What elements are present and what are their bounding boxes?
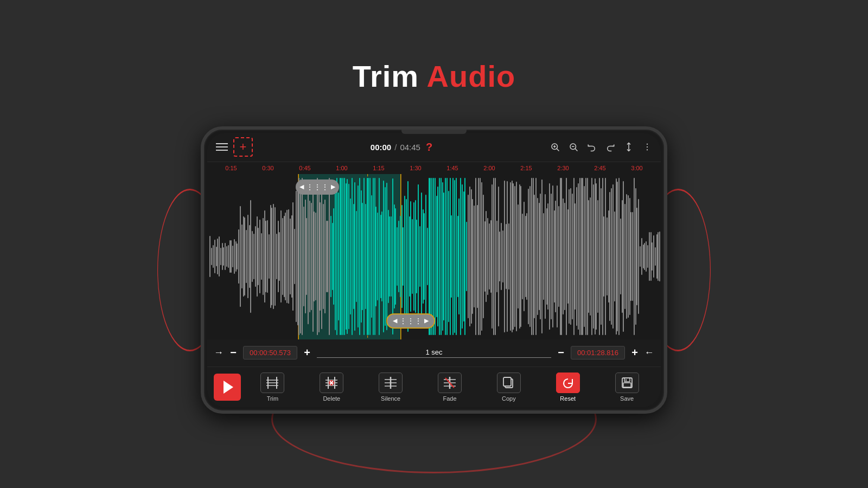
reset-icon — [556, 373, 580, 393]
add-button[interactable]: + — [233, 137, 253, 157]
ruler-mark: 1:30 — [397, 165, 434, 171]
waveform-bar — [656, 234, 658, 279]
delete-button[interactable]: Delete — [304, 373, 359, 402]
go-to-start-button[interactable]: → — [214, 347, 224, 358]
waveform-bar — [395, 208, 396, 305]
silence-button[interactable]: Silence — [363, 373, 418, 402]
pitch-icon[interactable] — [624, 142, 634, 152]
waveform-bar — [425, 195, 426, 318]
zoom-out-icon[interactable] — [569, 142, 578, 152]
waveform-bar — [302, 178, 303, 335]
waveform-bar — [537, 198, 538, 315]
page-title: Trim Audio — [353, 59, 515, 94]
waveform-bar — [578, 183, 579, 330]
waveform-bar — [309, 201, 310, 313]
go-to-end-button[interactable]: → — [644, 347, 654, 358]
phone-side-button — [201, 238, 203, 265]
waveform-bar — [526, 213, 527, 300]
waveform-bar — [374, 178, 375, 335]
fade-icon — [438, 373, 462, 393]
waveform-bar — [265, 221, 266, 293]
waveform-bar — [214, 240, 215, 273]
waveform-bar — [588, 200, 589, 312]
waveform-bar — [495, 178, 496, 335]
waveform-area[interactable]: 0:150:300:451:001:151:301:452:002:152:30… — [207, 162, 661, 339]
right-plus-button[interactable]: + — [628, 346, 641, 359]
waveform-bar — [416, 220, 417, 293]
ruler-mark: 0:15 — [213, 165, 250, 171]
waveform-bar — [336, 178, 337, 335]
waveform-bar — [373, 178, 374, 335]
waveform-bar — [545, 194, 546, 319]
svg-rect-41 — [624, 378, 630, 382]
play-button[interactable] — [214, 374, 241, 401]
waveform-bar — [363, 178, 365, 335]
right-trim-handle[interactable]: ◀ ⋮⋮⋮ ▶ — [386, 313, 435, 329]
waveform-bar — [630, 212, 631, 300]
waveform-bar — [229, 240, 231, 272]
waveform-bar — [381, 211, 382, 302]
help-icon[interactable]: ? — [426, 141, 432, 153]
waveform-bar — [288, 209, 289, 304]
waveform-bar — [634, 178, 635, 335]
waveform-bar — [410, 201, 411, 312]
right-time-display[interactable]: 00:01:28.816 — [571, 346, 625, 359]
more-icon[interactable] — [642, 142, 652, 152]
left-trim-handle[interactable]: ◀ ⋮⋮⋮ ▶ — [296, 179, 339, 195]
waveform-bar — [225, 243, 226, 269]
silence-label: Silence — [381, 395, 400, 402]
waveform-bar — [413, 202, 414, 311]
waveform-bar — [423, 209, 424, 304]
save-label: Save — [620, 395, 634, 402]
waveform-bar — [457, 216, 458, 297]
time-current: 00:00 — [371, 143, 391, 152]
waveform-bar — [333, 208, 334, 305]
waveform-bar — [483, 195, 484, 318]
waveform-bar — [371, 195, 372, 318]
ruler-mark: 2:45 — [582, 165, 618, 171]
fade-label: Fade — [443, 395, 456, 402]
waveform-bar — [335, 183, 336, 330]
ruler-mark: 3:00 — [618, 165, 655, 171]
waveform-bar — [601, 188, 602, 324]
waveform-bar — [612, 184, 614, 328]
undo-icon[interactable] — [587, 142, 597, 152]
waveform-canvas[interactable]: ◀ ⋮⋮⋮ ▶ ◀ ⋮⋮⋮ ▶ — [207, 174, 661, 339]
save-button[interactable]: Save — [599, 373, 654, 402]
trim-button[interactable]: Trim — [245, 373, 300, 402]
copy-button[interactable]: Copy — [481, 373, 536, 402]
left-plus-button[interactable]: + — [301, 346, 314, 359]
toolbar-left: + — [216, 137, 253, 157]
waveform-bar — [332, 223, 333, 291]
waveform-bar — [259, 220, 260, 293]
waveform-bar — [286, 210, 288, 303]
delete-label: Delete — [323, 395, 340, 402]
svg-rect-42 — [623, 383, 631, 387]
left-time-display[interactable]: 00:00:50.573 — [243, 346, 297, 359]
waveform-bar — [519, 184, 520, 329]
waveform-bar — [540, 194, 541, 319]
waveform-bar — [348, 184, 349, 330]
waveform-bar — [622, 200, 623, 313]
waveform-bar — [644, 243, 645, 270]
waveform-bar — [638, 199, 639, 314]
waveform-bar — [397, 227, 398, 286]
waveform-bar — [435, 178, 436, 335]
toolbar: + 00:00 / 04:45 ? — [207, 133, 661, 162]
waveform-bar — [240, 206, 241, 307]
left-minus-button[interactable]: − — [227, 346, 240, 359]
waveform-bar — [216, 247, 217, 266]
reset-label: Reset — [560, 395, 576, 402]
waveform-bar — [579, 178, 580, 335]
waveform-bar — [451, 215, 452, 297]
redo-icon[interactable] — [605, 142, 615, 152]
fade-button[interactable]: Fade — [423, 373, 477, 402]
waveform-bar — [551, 194, 552, 319]
waveform-bar — [385, 187, 386, 326]
reset-button[interactable]: Reset — [540, 373, 595, 402]
right-minus-button[interactable]: − — [554, 346, 567, 359]
zoom-in-icon[interactable] — [550, 142, 560, 152]
waveform-bar — [361, 190, 362, 322]
waveform-bar — [362, 203, 363, 311]
menu-button[interactable] — [216, 143, 228, 151]
